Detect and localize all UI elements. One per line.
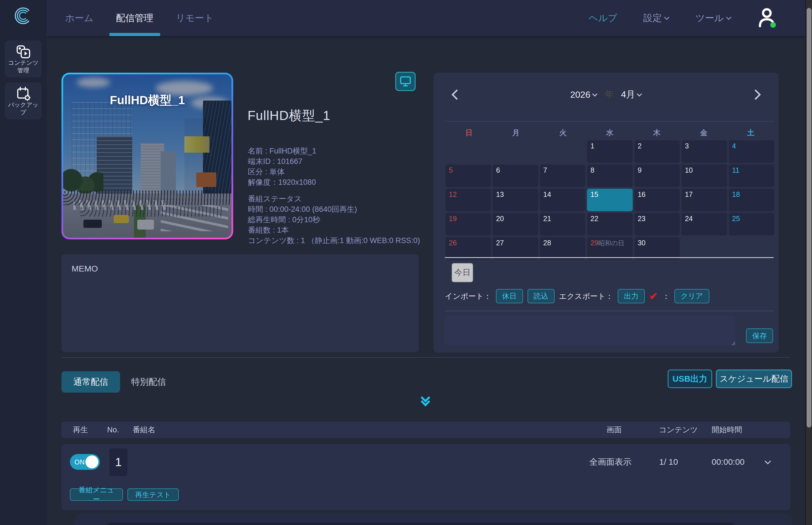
sidebar-item-label: コンテンツ管理: [8, 59, 39, 74]
holiday-import-button[interactable]: 休日: [496, 289, 523, 303]
thumbnail-title: FullHD横型_1: [63, 92, 231, 108]
day-number: 29: [590, 239, 598, 247]
scrollbar-thumb[interactable]: [807, 8, 811, 427]
calendar-day-cell[interactable]: 21: [540, 213, 585, 236]
calendar-day-cell[interactable]: 16: [634, 189, 680, 211]
calendar-day-cell[interactable]: 13: [493, 189, 538, 211]
calendar-day-cell[interactable]: 4: [729, 140, 774, 163]
user-avatar[interactable]: [757, 7, 778, 29]
sidebar-item-backup[interactable]: バックアップ: [5, 82, 42, 119]
day-number: 16: [638, 190, 646, 198]
calendar-day-cell[interactable]: 3: [681, 140, 727, 163]
play-test-button[interactable]: 再生テスト: [128, 489, 179, 501]
calendar-day-cell[interactable]: 28: [540, 237, 585, 260]
usb-output-button[interactable]: USB出力: [668, 370, 712, 388]
settings-menu[interactable]: 設定: [643, 12, 669, 25]
memo-label: MEMO: [72, 264, 98, 273]
col-content: コンテンツ: [659, 425, 698, 435]
weekday-tue: 火: [539, 128, 586, 138]
memo-panel[interactable]: MEMO: [61, 254, 419, 352]
calendar-day-cell[interactable]: 7: [540, 164, 585, 187]
section-divider: [61, 357, 790, 358]
month-dropdown[interactable]: 4月: [621, 88, 642, 101]
calendar-day-cell[interactable]: 9: [634, 164, 680, 187]
nav-right: ヘルプ 設定 ツール: [589, 0, 778, 36]
tools-menu[interactable]: ツール: [695, 12, 731, 25]
clear-button[interactable]: クリア: [675, 289, 709, 303]
expand-double-chevron-icon[interactable]: [418, 397, 433, 412]
chevron-down-icon: [637, 91, 642, 96]
calendar-day-cell[interactable]: 10: [681, 164, 727, 187]
monitor-preview-button[interactable]: [395, 72, 416, 91]
program-table-row: ON 1 全画面表示 1/ 10 00:00:00 番組メニュー 再生テスト: [61, 444, 790, 510]
calendar-gear-icon: [16, 86, 31, 101]
program-menu-button[interactable]: 番組メニュー: [70, 489, 123, 501]
toggle-knob: [85, 455, 98, 468]
calendar-day-cell[interactable]: 27: [493, 237, 538, 260]
import-label: インポート：: [445, 291, 491, 301]
load-button[interactable]: 読込: [527, 289, 555, 303]
calendar-day-cell[interactable]: 1: [587, 140, 633, 163]
calendar-day-cell[interactable]: 8: [587, 164, 633, 187]
col-no: No.: [107, 425, 119, 434]
nav-tab-delivery[interactable]: 配信管理: [115, 0, 155, 36]
tab-normal-delivery[interactable]: 通常配信: [61, 371, 120, 393]
calendar-day-cell[interactable]: 15: [587, 189, 633, 211]
toggle-on-label: ON: [74, 458, 85, 466]
calendar-day-cell[interactable]: 19: [446, 213, 491, 236]
calendar-day-cell[interactable]: 22: [587, 213, 633, 236]
device-name-line: 名前 : FullHD横型_1: [248, 146, 316, 156]
chevron-down-icon: [664, 15, 669, 20]
output-button[interactable]: 出力: [618, 289, 645, 303]
help-link[interactable]: ヘルプ: [589, 12, 617, 25]
day-number: 4: [732, 142, 736, 150]
red-check-icon: ✔: [649, 290, 658, 302]
main-content: FullHD横型_1 FullHD横型_1 名前 : FullHD横型_1 端末…: [46, 36, 812, 525]
total-play-line: 総再生時間 : 0分10秒: [248, 215, 420, 225]
save-button[interactable]: 保存: [746, 328, 773, 343]
schedule-delivery-button[interactable]: スケジュール配信: [716, 370, 792, 388]
calendar-day-cell[interactable]: 25: [729, 213, 774, 236]
row-screen-value: 全画面表示: [589, 444, 632, 480]
calendar-day-cell[interactable]: 23: [634, 213, 680, 236]
calendar-day-cell[interactable]: 26: [446, 237, 491, 260]
program-number: 1: [110, 448, 128, 476]
calendar-day-cell[interactable]: 29昭和の日: [587, 237, 633, 260]
next-section-inner-panel: [108, 523, 734, 525]
calendar-day-cell[interactable]: 30: [634, 237, 680, 260]
calendar-day-cell[interactable]: 5: [446, 164, 491, 187]
calendar-day-cell[interactable]: 12: [446, 189, 491, 211]
time-line: 時間 : 00:00-24:00 (8640回再生): [248, 204, 420, 215]
calendar-day-cell[interactable]: 14: [540, 189, 585, 211]
calendar-day-cell[interactable]: 11: [729, 164, 774, 187]
calendar-day-cell[interactable]: 18: [729, 189, 774, 211]
device-thumbnail[interactable]: FullHD横型_1: [61, 73, 233, 239]
calendar-day-cell[interactable]: 6: [493, 164, 538, 187]
nav-tab-home[interactable]: ホーム: [63, 0, 95, 36]
calendar-day-cell[interactable]: 2: [634, 140, 680, 163]
day-number: 20: [496, 215, 504, 223]
day-number: 27: [496, 239, 504, 247]
day-number: 13: [496, 190, 504, 198]
calendar-day-cell[interactable]: 17: [681, 189, 727, 211]
calendar-panel: 2026 年 4月 日 月 火 水 木 金 土 1234567891011121…: [434, 73, 779, 352]
nav-tabs: ホーム 配信管理 リモート: [63, 0, 215, 36]
app-logo-icon[interactable]: [14, 6, 33, 25]
year-dropdown[interactable]: 2026: [570, 90, 597, 100]
chevron-down-icon: [592, 91, 597, 96]
row-expand-button[interactable]: [766, 444, 771, 480]
sidebar-item-content-management[interactable]: コンテンツ管理: [5, 40, 42, 77]
calendar-note-textarea[interactable]: [444, 315, 735, 345]
play-toggle[interactable]: ON: [70, 454, 100, 470]
day-number: 26: [449, 239, 457, 247]
nav-tab-remote[interactable]: リモート: [174, 0, 215, 36]
day-number: 9: [638, 166, 642, 174]
calendar-bottom-divider: [445, 257, 774, 258]
online-status-dot: [770, 22, 776, 28]
program-count-line: 番組数 : 1本: [248, 225, 420, 236]
calendar-day-cell[interactable]: 24: [681, 213, 727, 236]
resolution-line: 解像度：1920x1080: [248, 177, 316, 188]
tab-special-delivery[interactable]: 特別配信: [131, 371, 166, 393]
calendar-day-cell[interactable]: 20: [493, 213, 538, 236]
today-button[interactable]: 今日: [452, 263, 473, 282]
